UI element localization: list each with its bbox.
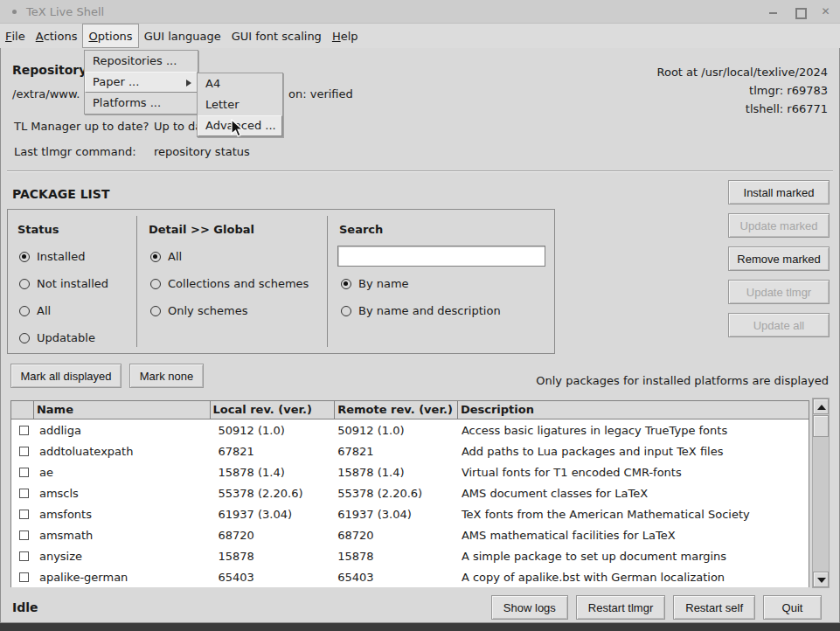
scroll-down-icon[interactable]: [813, 572, 829, 587]
radio-by-name-and-description[interactable]: By name and description: [341, 303, 501, 318]
column-header-local-rev-ver[interactable]: Local rev. (ver.): [211, 401, 336, 419]
scrollbar-thumb[interactable]: [813, 415, 829, 437]
cell-local-rev: 50912 (1.0): [211, 424, 336, 437]
column-header-description[interactable]: Description: [458, 401, 809, 419]
radio-not-installed[interactable]: Not installed: [19, 276, 108, 291]
update-all-button[interactable]: Update all: [728, 313, 830, 337]
cell-remote-rev: 68720: [335, 529, 458, 542]
package-table: NameLocal rev. (ver.)Remote rev. (ver.)D…: [10, 400, 809, 587]
menu-item-repositories[interactable]: Repositories ...: [85, 51, 198, 72]
table-row[interactable]: apalike-german6540365403A copy of apalik…: [11, 566, 809, 587]
cell-remote-rev: 67821: [335, 445, 458, 458]
cell-name: amscls: [34, 487, 211, 500]
remove-marked-button[interactable]: Remove marked: [728, 246, 830, 271]
install-marked-button[interactable]: Install marked: [728, 180, 830, 205]
options-menu: Repositories ...Paper ...Platforms ...: [84, 50, 198, 114]
radio-label: By name: [358, 277, 409, 290]
platforms-note: Only packages for installed platforms ar…: [536, 374, 829, 387]
show-logs-button[interactable]: Show logs: [491, 595, 568, 620]
radio-indicator: [341, 306, 351, 316]
cell-name: anysize: [34, 550, 211, 563]
menu-help[interactable]: Help: [327, 24, 364, 48]
restart-tlmgr-button[interactable]: Restart tlmgr: [576, 595, 665, 620]
radio-installed[interactable]: Installed: [19, 249, 85, 264]
radio-only-schemes[interactable]: Only schemes: [150, 303, 248, 318]
menu-item-platforms[interactable]: Platforms ...: [85, 93, 198, 114]
scroll-up-icon[interactable]: [813, 399, 829, 414]
package-checkbox[interactable]: [19, 510, 29, 519]
submenu-item-letter[interactable]: Letter: [198, 94, 282, 115]
status-group-label: Status: [17, 223, 59, 236]
radio-by-name[interactable]: By name: [341, 276, 409, 291]
radio-label: Not installed: [37, 277, 108, 290]
search-input[interactable]: [337, 246, 545, 267]
cell-remote-rev: 50912 (1.0): [335, 424, 458, 437]
cell-local-rev: 61937 (3.04): [211, 508, 336, 521]
tl-manager-value: Up to da: [154, 120, 202, 133]
detail-group-label: Detail >> Global: [149, 223, 254, 236]
package-checkbox[interactable]: [19, 551, 29, 561]
tl-manager-label: TL Manager up to date?: [14, 120, 149, 133]
checkbox-cell: [11, 447, 34, 456]
texlive-shell-window: TeX Live Shell ✕ FileActionsOptionsGUI l…: [0, 0, 840, 623]
table-row[interactable]: addtoluatexpath6782167821Add paths to Lu…: [11, 440, 809, 461]
update-marked-button[interactable]: Update marked: [728, 213, 830, 238]
radio-label: All: [168, 250, 182, 263]
radio-indicator: [150, 252, 161, 262]
menu-item-paper[interactable]: Paper ...: [85, 72, 198, 93]
radio-label: All: [37, 304, 51, 317]
package-checkbox[interactable]: [19, 530, 29, 540]
table-row[interactable]: ae15878 (1.4)15878 (1.4)Virtual fonts fo…: [11, 461, 809, 482]
package-checkbox[interactable]: [19, 572, 29, 582]
menu-actions[interactable]: Actions: [31, 24, 83, 48]
column-header-name[interactable]: Name: [34, 401, 211, 419]
menu-file[interactable]: File: [0, 24, 31, 48]
maximize-icon[interactable]: [794, 6, 805, 17]
radio-indicator: [150, 306, 161, 316]
filter-divider-2: [327, 216, 328, 347]
table-row[interactable]: amscls55378 (2.20.6)55378 (2.20.6)AMS do…: [11, 482, 809, 503]
radio-all[interactable]: All: [19, 303, 51, 318]
minimize-icon[interactable]: [767, 6, 779, 17]
submenu-item-a4[interactable]: A4: [198, 73, 282, 94]
cell-name: ae: [34, 466, 211, 479]
package-checkbox[interactable]: [19, 489, 29, 498]
mark-none-button[interactable]: Mark none: [129, 364, 204, 388]
cell-description: AMS document classes for LaTeX: [458, 487, 809, 500]
last-command-label: Last tlmgr command:: [14, 145, 136, 158]
radio-all[interactable]: All: [150, 249, 182, 264]
menu-options[interactable]: Options: [82, 24, 138, 48]
package-list-heading: PACKAGE LIST: [12, 187, 109, 201]
checkbox-cell: [11, 489, 34, 498]
update-tlmgr-button[interactable]: Update tlmgr: [728, 280, 830, 304]
restart-self-button[interactable]: Restart self: [673, 595, 755, 620]
checkbox-cell: [11, 572, 34, 582]
cell-remote-rev: 55378 (2.20.6): [335, 487, 458, 500]
cell-name: addtoluatexpath: [34, 445, 211, 458]
mark-all-displayed-button[interactable]: Mark all displayed: [10, 364, 121, 388]
cell-description: Add paths to Lua packages and input TeX …: [458, 445, 809, 458]
table-header: NameLocal rev. (ver.)Remote rev. (ver.)D…: [11, 401, 809, 420]
column-header-remote-rev-ver[interactable]: Remote rev. (ver.): [335, 401, 458, 419]
last-command-value: repository status: [154, 145, 250, 158]
close-icon[interactable]: ✕: [820, 6, 831, 17]
radio-label: By name and description: [358, 304, 501, 317]
radio-updatable[interactable]: Updatable: [19, 330, 95, 345]
cell-name: amsmath: [34, 529, 211, 542]
column-header-checkbox[interactable]: [11, 401, 34, 419]
table-row[interactable]: addliga50912 (1.0)50912 (1.0)Access basi…: [11, 420, 809, 440]
quit-button[interactable]: Quit: [763, 595, 822, 620]
app-icon: [12, 10, 17, 14]
package-checkbox[interactable]: [19, 447, 29, 456]
radio-collections-and-schemes[interactable]: Collections and schemes: [150, 276, 309, 291]
package-checkbox[interactable]: [19, 468, 29, 477]
table-scrollbar[interactable]: [812, 398, 830, 588]
filter-divider-1: [136, 216, 137, 347]
table-row[interactable]: anysize1587815878A simple package to set…: [11, 545, 809, 566]
cell-name: amsfonts: [34, 508, 211, 521]
table-row[interactable]: amsfonts61937 (3.04)61937 (3.04)TeX font…: [11, 503, 809, 524]
menu-gui-language[interactable]: GUI language: [139, 24, 226, 48]
menu-gui-font-scaling[interactable]: GUI font scaling: [226, 24, 327, 48]
package-checkbox[interactable]: [19, 426, 29, 435]
table-row[interactable]: amsmath6872068720AMS mathematical facili…: [11, 524, 809, 545]
